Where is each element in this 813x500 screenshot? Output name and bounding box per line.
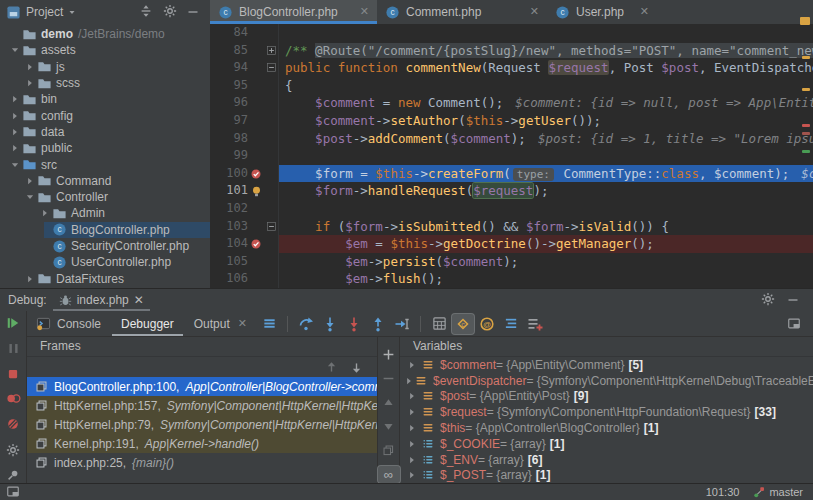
new-watch-button[interactable] xyxy=(524,314,546,334)
tree-item-public[interactable]: public xyxy=(0,140,210,156)
line-number[interactable]: 104 xyxy=(210,235,248,253)
fold-column[interactable] xyxy=(264,235,279,253)
collapse-all-icon[interactable] xyxy=(139,4,153,18)
pause-button[interactable] xyxy=(2,340,24,356)
variable-row[interactable]: $_ENV = {array} [6] xyxy=(400,452,813,468)
gutter-cell[interactable] xyxy=(248,235,264,253)
code-line-94[interactable]: 94public function commentNew(Request $re… xyxy=(210,59,813,77)
stripe-mark[interactable] xyxy=(802,124,810,127)
gutter-cell[interactable] xyxy=(248,165,264,183)
code-line-99[interactable]: 99 xyxy=(210,147,813,165)
line-number[interactable]: 97 xyxy=(210,112,248,130)
tree-item-bin[interactable]: bin xyxy=(0,91,210,107)
variable-row[interactable]: $this = {App\Controller\BlogController} … xyxy=(400,420,813,436)
debug-tab-output[interactable]: Output✕ xyxy=(185,311,256,336)
stripe-mark[interactable] xyxy=(800,17,810,25)
tree-item-usercontroller-php[interactable]: cUserController.php xyxy=(0,254,210,270)
threads-view-button[interactable] xyxy=(500,314,522,334)
line-number[interactable]: 105 xyxy=(210,253,248,271)
tree-item-demo[interactable]: demo/JetBrains/demo xyxy=(0,26,210,42)
line-number[interactable]: 85 xyxy=(210,42,248,60)
close-icon[interactable]: ✕ xyxy=(360,5,369,18)
close-icon[interactable]: ✕ xyxy=(134,293,144,307)
settings-button[interactable] xyxy=(2,441,24,457)
mute-breakpoints-button[interactable] xyxy=(2,416,24,432)
show-values-inline-button[interactable]: c xyxy=(452,314,474,334)
line-number[interactable]: 96 xyxy=(210,94,248,112)
add-watch-button[interactable] xyxy=(378,346,400,363)
fold-column[interactable] xyxy=(264,270,279,288)
evaluate-expression-button[interactable] xyxy=(428,314,450,334)
close-icon[interactable]: ✕ xyxy=(238,317,247,330)
stripe-mark[interactable] xyxy=(802,132,810,135)
code-text[interactable]: $form = $this->createForm(type: CommentT… xyxy=(279,165,813,183)
code-text[interactable]: $post->addComment($comment);$post: {id =… xyxy=(279,130,813,148)
fold-column[interactable] xyxy=(264,59,279,77)
editor-tab-blogcontroller-php[interactable]: cBlogController.php✕ xyxy=(210,0,377,24)
code-text[interactable] xyxy=(279,147,813,165)
code-line-95[interactable]: 95{ xyxy=(210,77,813,95)
frame-row[interactable]: BlogController.php:100, App|Controller|B… xyxy=(27,377,377,396)
code-line-97[interactable]: 97 $comment->setAuthor($this->getUser())… xyxy=(210,112,813,130)
duplicate-watch-button[interactable] xyxy=(378,442,400,459)
frame-up-button[interactable] xyxy=(325,361,338,374)
close-icon[interactable]: ✕ xyxy=(530,5,539,18)
fold-column[interactable] xyxy=(264,130,279,148)
layout-editor-icon[interactable] xyxy=(787,317,801,331)
gutter-cell[interactable] xyxy=(248,59,264,77)
fold-column[interactable] xyxy=(264,77,279,95)
gutter-cell[interactable] xyxy=(248,218,264,236)
code-text[interactable]: $comment->setAuthor($this->getUser()); xyxy=(279,112,813,130)
variable-row[interactable]: $eventDispatcher = {Symfony\Component\Ht… xyxy=(400,373,813,389)
close-icon[interactable]: ✕ xyxy=(640,5,649,18)
code-text[interactable]: $em = $this->getDoctrine()->getManager()… xyxy=(279,235,813,253)
code-line-101[interactable]: 101 $form->handleRequest($request); xyxy=(210,182,813,200)
gutter-cell[interactable] xyxy=(248,182,264,200)
tree-item-src[interactable]: src xyxy=(0,156,210,172)
debug-tab-debugger[interactable]: Debugger xyxy=(112,311,183,336)
frame-row[interactable]: HttpKernel.php:79, Symfony|Component|Htt… xyxy=(27,415,377,434)
move-watch-up-button[interactable] xyxy=(378,394,400,411)
line-number[interactable]: 99 xyxy=(210,147,248,165)
code-line-100[interactable]: 100 $form = $this->createForm(type: Comm… xyxy=(210,165,813,183)
chevron-down-icon[interactable] xyxy=(68,8,76,16)
fold-column[interactable] xyxy=(264,42,279,60)
variable-row[interactable]: $_POST = {array} [1] xyxy=(400,468,813,483)
fold-column[interactable] xyxy=(264,24,279,42)
fold-column[interactable] xyxy=(264,147,279,165)
line-number[interactable]: 101 xyxy=(210,182,248,200)
variable-row[interactable]: $_COOKIE = {array} [1] xyxy=(400,436,813,452)
frame-down-button[interactable] xyxy=(350,361,363,374)
gutter-cell[interactable] xyxy=(248,94,264,112)
stripe-mark[interactable] xyxy=(802,88,810,91)
line-number[interactable]: 94 xyxy=(210,59,248,77)
line-number[interactable]: 100 xyxy=(210,165,248,183)
step-into-button[interactable] xyxy=(319,314,341,334)
gutter-cell[interactable] xyxy=(248,253,264,271)
code-line-103[interactable]: 103 if ($form->isSubmitted() && $form->i… xyxy=(210,218,813,236)
tree-item-assets[interactable]: assets xyxy=(0,42,210,58)
fold-column[interactable] xyxy=(264,218,279,236)
fold-column[interactable] xyxy=(264,253,279,271)
code-text[interactable] xyxy=(279,200,813,218)
code-text[interactable]: $form->handleRequest($request); xyxy=(279,182,813,200)
settings-icon[interactable] xyxy=(761,292,775,306)
frame-row[interactable]: index.php:25, {main}() xyxy=(27,453,377,472)
gutter-cell[interactable] xyxy=(248,270,264,288)
step-over-button[interactable] xyxy=(295,314,317,334)
caret-position-widget[interactable]: 101:30 xyxy=(706,486,740,498)
tree-item-blogcontroller-php[interactable]: cBlogController.php xyxy=(0,222,210,238)
gutter-cell[interactable] xyxy=(248,147,264,165)
frame-row[interactable]: Kernel.php:191, App|Kernel->handle() xyxy=(27,434,377,453)
pin-button[interactable] xyxy=(2,467,24,483)
code-line-84[interactable]: 84 xyxy=(210,24,813,42)
settings-icon[interactable] xyxy=(163,4,177,18)
tree-item-admin[interactable]: Admin xyxy=(0,205,210,221)
editor-tab-comment-php[interactable]: cComment.php✕ xyxy=(377,0,547,24)
gutter-cell[interactable] xyxy=(248,112,264,130)
code-line-104[interactable]: 104 $em = $this->getDoctrine()->getManag… xyxy=(210,235,813,253)
show-execution-point-button[interactable] xyxy=(258,314,280,334)
gutter-cell[interactable] xyxy=(248,200,264,218)
line-number[interactable]: 98 xyxy=(210,130,248,148)
code-line-102[interactable]: 102 xyxy=(210,200,813,218)
